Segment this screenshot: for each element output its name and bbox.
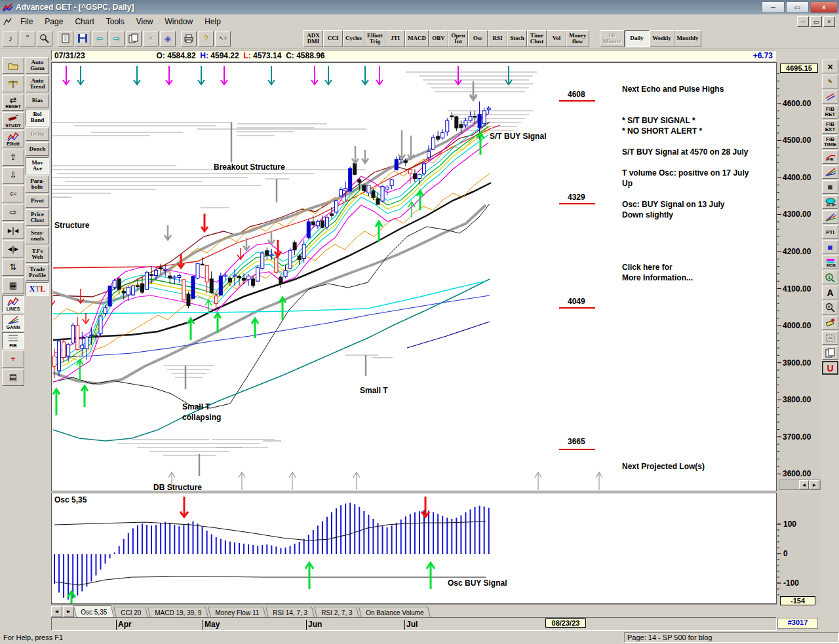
study-delta[interactable]: Delta: [26, 127, 49, 141]
tab-osc-5-35[interactable]: Osc 5,35: [73, 605, 115, 618]
help-icon[interactable]: ?: [198, 31, 214, 47]
gann-grid-button[interactable]: ▦: [822, 180, 838, 194]
ellipse-button[interactable]: ELIPS: [822, 195, 838, 209]
indicator-money-flow[interactable]: Money flow: [566, 30, 589, 47]
timeframe-60-minute[interactable]: 60 Minute: [600, 30, 625, 47]
tab-rsi-2-7-3[interactable]: RSI 2, 7, 3: [314, 607, 359, 618]
price-chart[interactable]: 4608432940493665Next Echo and Pulse High…: [51, 62, 777, 491]
indicator-cci[interactable]: CCI: [323, 30, 343, 47]
print-icon[interactable]: [181, 31, 197, 47]
cursor-date-box[interactable]: 08/23/23: [545, 618, 586, 628]
elliott-button[interactable]: Elliott: [2, 130, 24, 147]
study-price-clust[interactable]: Price Clust: [26, 209, 49, 226]
expand-bars-button[interactable]: ◂|▸: [2, 240, 24, 257]
reset-button[interactable]: ⇄RESET: [2, 94, 24, 111]
study-trade-profile[interactable]: Trade Profile: [26, 264, 49, 281]
indicator-osc[interactable]: Osc: [468, 30, 488, 47]
quote-icon[interactable]: ”: [20, 31, 35, 47]
tab-money-flow-11[interactable]: Money Flow 11: [208, 607, 266, 618]
text-tool-button[interactable]: A: [822, 286, 838, 299]
study-pivot[interactable]: Pivot: [26, 194, 49, 208]
indicator-time-clust[interactable]: Time Clust: [527, 30, 547, 47]
tab-cci-20[interactable]: CCI 20: [113, 607, 148, 618]
price-axis-scrollbar[interactable]: ◄►: [779, 480, 821, 490]
scroll-right-button[interactable]: ⇨: [2, 204, 24, 221]
study-donch[interactable]: Donch: [26, 142, 49, 156]
vertical-scale-button[interactable]: ⇅: [2, 259, 24, 276]
study-bol-band[interactable]: Bol Band: [26, 109, 49, 126]
compress-bars-button[interactable]: ▸|◂: [2, 222, 24, 239]
indicator-jti[interactable]: JTI: [385, 30, 405, 47]
pti-button[interactable]: PTI: [822, 225, 838, 239]
date-axis[interactable]: AprMayJunJul08/23/23: [51, 617, 777, 631]
study-auto-gann[interactable]: Auto Gann: [26, 57, 49, 74]
indicator-elliott-trig[interactable]: Elliott Trig: [364, 30, 385, 47]
child-restore-button[interactable]: ▭: [810, 16, 822, 27]
menu-window[interactable]: Window: [159, 16, 199, 28]
timeframe-weekly[interactable]: Weekly: [650, 30, 674, 47]
study-mov-ave[interactable]: Mov Ave: [26, 157, 49, 174]
scroll-down-button[interactable]: ⇩: [2, 167, 24, 184]
gann-button[interactable]: GANN: [2, 314, 24, 331]
grid-button[interactable]: ▦: [2, 277, 24, 294]
timeframe-monthly[interactable]: Monthly: [674, 30, 701, 47]
study-bias[interactable]: Bias: [26, 94, 49, 107]
gann-fan-button[interactable]: [822, 165, 838, 179]
context-help-icon[interactable]: ↖?: [215, 31, 231, 47]
fib-retrace-button[interactable]: FIB RET: [822, 105, 838, 119]
restore-button[interactable]: ▭: [786, 1, 809, 13]
indicator-stoch[interactable]: Stoch: [507, 30, 527, 47]
timeframe-daily[interactable]: Daily: [625, 30, 650, 47]
scales-button[interactable]: [2, 75, 24, 92]
tab-on-balance-volume[interactable]: On Balance Volume: [359, 607, 431, 618]
lines-button[interactable]: LINES: [2, 295, 24, 313]
title-bar[interactable]: Advanced GET - [^GSPC, Daily] ─ ▭ ×: [0, 0, 839, 14]
child-minimize-button[interactable]: ─: [797, 16, 809, 27]
open-chart-button[interactable]: [2, 57, 24, 74]
study-button[interactable]: STUDY: [2, 112, 24, 129]
study-auto-trend[interactable]: Auto Trend: [26, 75, 49, 92]
tab-rsi-14-7-3[interactable]: RSI 14, 7, 3: [265, 607, 315, 618]
refresh-button[interactable]: 1: [822, 271, 838, 284]
indicator-cycles[interactable]: Cycles: [343, 30, 364, 47]
zoom-in-button[interactable]: +: [822, 301, 838, 314]
indicator-rsi[interactable]: RSI: [488, 30, 507, 47]
study-tjs-web[interactable]: TJ's Web: [26, 246, 49, 263]
mob-button[interactable]: MOB: [822, 256, 838, 269]
indicator-macd[interactable]: MACD: [405, 30, 429, 47]
price-axis[interactable]: 4695.154600.004500.004400.004300.004200.…: [777, 62, 821, 491]
tab-scroll-right[interactable]: ►: [63, 606, 74, 617]
oscillator-panel[interactable]: Osc 5,35Osc BUY Signal: [51, 493, 777, 604]
next-page-icon[interactable]: ⇨: [109, 31, 125, 47]
indicator-vol[interactable]: Vol: [547, 30, 566, 47]
fib-time-button[interactable]: FIB TIME: [822, 135, 838, 149]
indicator-obv[interactable]: OBV: [429, 30, 448, 47]
indicator-adx-dmi[interactable]: ADX DMI: [303, 30, 323, 47]
get-tool-icon[interactable]: ♪: [3, 31, 18, 47]
pencil-button[interactable]: ✎: [822, 75, 838, 88]
menu-help[interactable]: Help: [199, 16, 227, 28]
delete-page-icon[interactable]: ×: [143, 31, 159, 47]
study-xtl[interactable]: XTL: [26, 282, 49, 296]
menu-view[interactable]: View: [130, 16, 159, 28]
child-close-button[interactable]: ×: [823, 16, 835, 27]
copy-page-icon[interactable]: [126, 31, 142, 47]
crosshair-button[interactable]: +: [2, 350, 24, 368]
menu-tools[interactable]: Tools: [100, 16, 130, 28]
prev-page-icon[interactable]: ⇦: [92, 31, 107, 47]
copy-chart-button[interactable]: [822, 346, 838, 360]
tile-charts-icon[interactable]: ◈: [160, 31, 176, 47]
indicator-open-int[interactable]: Open Int: [448, 30, 468, 47]
scroll-up-button[interactable]: ⇧: [2, 149, 24, 166]
new-page-icon[interactable]: [58, 31, 73, 47]
study-seas--onals[interactable]: Seas- onals: [26, 227, 49, 244]
save-icon[interactable]: [75, 31, 90, 47]
fib-button[interactable]: FIB: [2, 332, 24, 349]
pitchfork-button[interactable]: [822, 210, 838, 224]
tab-scroll-left[interactable]: ◄: [51, 606, 62, 617]
pattern-button[interactable]: [822, 331, 838, 345]
scroll-left-button[interactable]: ⇦: [2, 185, 24, 202]
magnet-button[interactable]: U: [822, 361, 838, 375]
menu-file[interactable]: File: [14, 16, 39, 28]
properties-button[interactable]: ▤: [2, 369, 24, 386]
